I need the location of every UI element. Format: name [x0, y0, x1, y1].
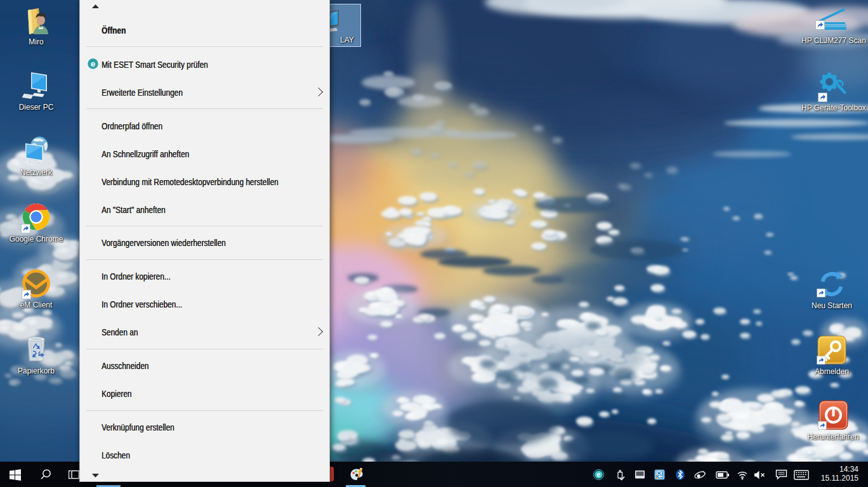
svg-text:e: e	[91, 59, 96, 68]
svg-text:e: e	[597, 471, 601, 478]
